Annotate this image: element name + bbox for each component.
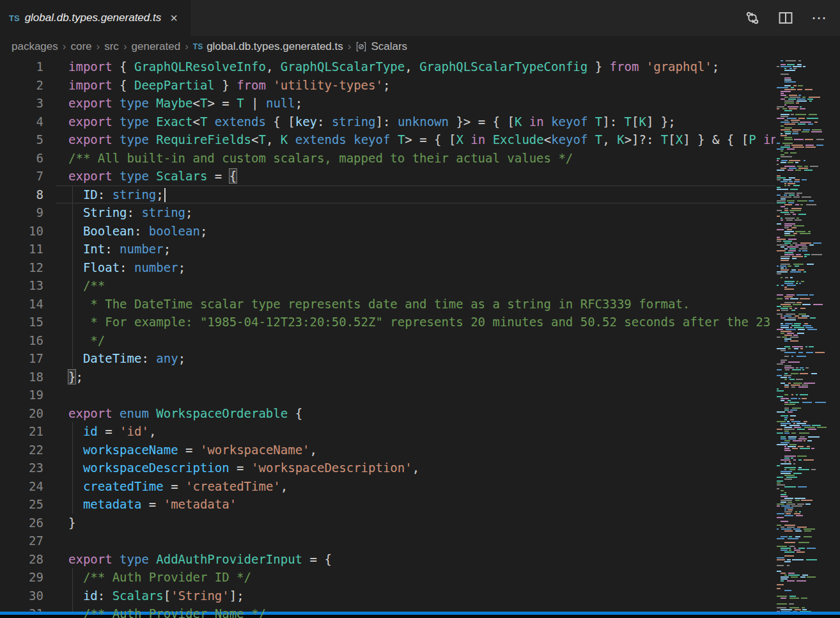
line-number[interactable]: 28	[0, 550, 43, 569]
tab-label: global.db.types.generated.ts	[25, 12, 162, 24]
line-number[interactable]: 17	[0, 349, 43, 368]
code-text: /**	[43, 278, 105, 292]
code-line[interactable]: 26}	[0, 514, 775, 532]
code-text: */	[43, 333, 105, 347]
line-number[interactable]: 18	[0, 368, 43, 386]
close-tab-icon[interactable]: ×	[170, 12, 178, 24]
tab-global-db-types[interactable]: TS global.db.types.generated.ts ×	[0, 0, 191, 36]
line-number[interactable]: 27	[0, 532, 43, 550]
code-text: /** Auth Provider ID */	[43, 570, 251, 584]
code-text	[43, 388, 68, 402]
breadcrumb-item-file[interactable]: TS global.db.types.generated.ts	[193, 40, 343, 53]
line-number[interactable]: 25	[0, 495, 43, 514]
line-number[interactable]: 6	[0, 149, 43, 168]
code-line[interactable]: 6/** All built-in and custom scalars, ma…	[0, 149, 775, 168]
line-number[interactable]: 14	[0, 295, 43, 313]
line-number[interactable]: 26	[0, 514, 43, 532]
code-line[interactable]: 20export enum WorkspaceOrderable {	[0, 404, 775, 423]
code-line[interactable]: 21 id = 'id',	[0, 422, 775, 441]
line-number[interactable]: 13	[0, 276, 43, 295]
code-text: };	[43, 370, 83, 384]
line-number[interactable]: 20	[0, 404, 43, 423]
code-line[interactable]: 29 /** Auth Provider ID */	[0, 568, 775, 587]
code-line[interactable]: 19	[0, 386, 775, 404]
line-number[interactable]: 23	[0, 459, 43, 477]
code-text: /** Auth Provider Name */	[43, 606, 266, 618]
line-number[interactable]: 29	[0, 568, 43, 587]
breadcrumb-item[interactable]: packages	[12, 40, 58, 53]
code-text: id = 'id',	[43, 424, 156, 438]
code-text: * The DateTime scalar type represents da…	[43, 297, 690, 311]
line-number[interactable]: 7	[0, 167, 43, 186]
code-line[interactable]: 22 workspaceName = 'workspaceName',	[0, 441, 775, 459]
line-number[interactable]: 30	[0, 587, 43, 605]
code-text: DateTime: any;	[43, 351, 185, 365]
minimap[interactable]	[775, 58, 840, 618]
code-line[interactable]: 15 * For example: "1985-04-12T23:20:50.5…	[0, 313, 775, 331]
line-number[interactable]: 22	[0, 441, 43, 459]
line-number[interactable]: 4	[0, 113, 43, 131]
line-number[interactable]: 11	[0, 240, 43, 258]
typescript-file-icon: TS	[193, 42, 203, 51]
breadcrumb-item[interactable]: core	[70, 40, 91, 53]
breadcrumb-file-label: global.db.types.generated.ts	[206, 40, 343, 53]
code-line[interactable]: 27	[0, 532, 775, 550]
line-number[interactable]: 1	[0, 58, 43, 76]
breadcrumb-item[interactable]: generated	[132, 40, 181, 53]
line-number[interactable]: 16	[0, 331, 43, 350]
code-line[interactable]: 28export type AddAuthProviderInput = {	[0, 550, 775, 569]
code-line[interactable]: 12 Float: number;	[0, 258, 775, 277]
code-line[interactable]: 11 Int: number;	[0, 240, 775, 258]
line-number[interactable]: 9	[0, 203, 43, 222]
code-line[interactable]: 30 id: Scalars['String'];	[0, 587, 775, 605]
code-line[interactable]: 24 createdTime = 'createdTime',	[0, 477, 775, 496]
minimap-content	[775, 59, 840, 618]
code-line[interactable]: 4export type Exact<T extends { [key: str…	[0, 113, 775, 131]
code-text: id: Scalars['String'];	[43, 589, 244, 603]
breadcrumb-separator: ›	[97, 40, 100, 52]
code-line[interactable]: 13 /**	[0, 276, 775, 295]
more-actions-icon[interactable]: ⋯	[811, 10, 827, 26]
line-number[interactable]: 3	[0, 94, 43, 113]
line-number[interactable]: 21	[0, 422, 43, 441]
code-line[interactable]: 23 workspaceDescription = 'workspaceDesc…	[0, 459, 775, 477]
code-text: String: string;	[43, 205, 193, 219]
breadcrumb: packages›core›src›generated› TS global.d…	[0, 36, 840, 58]
code-line[interactable]: 14 * The DateTime scalar type represents…	[0, 295, 775, 313]
code-line[interactable]: 16 */	[0, 331, 775, 350]
line-number[interactable]: 5	[0, 131, 43, 149]
split-editor-icon[interactable]	[777, 10, 794, 26]
code-text: * For example: "1985-04-12T23:20:50.52Z"…	[43, 315, 770, 329]
line-number[interactable]: 10	[0, 222, 43, 241]
code-line[interactable]: 8 ID: string;	[0, 186, 775, 204]
line-number[interactable]: 24	[0, 477, 43, 496]
open-changes-icon[interactable]	[744, 10, 761, 26]
code-line[interactable]: 9 String: string;	[0, 203, 775, 222]
text-cursor	[164, 188, 166, 202]
code-text: Float: number;	[43, 260, 185, 274]
line-number[interactable]: 15	[0, 313, 43, 331]
line-number[interactable]: 19	[0, 386, 43, 404]
code-text: import { GraphQLResolveInfo, GraphQLScal…	[43, 59, 719, 74]
code-text: }	[43, 516, 75, 530]
breadcrumb-item-symbol[interactable]: Scalars	[355, 40, 407, 53]
code-line[interactable]: 17 DateTime: any;	[0, 349, 775, 368]
code-line[interactable]: 1import { GraphQLResolveInfo, GraphQLSca…	[0, 58, 775, 76]
code-line[interactable]: 3export type Maybe<T> = T | null;	[0, 94, 775, 113]
breadcrumb-folders: packages›core›src›generated›	[12, 40, 193, 53]
code-line[interactable]: 2import { DeepPartial } from 'utility-ty…	[0, 76, 775, 95]
code-text: metadata = 'metadata'	[43, 497, 237, 511]
code-line[interactable]: 25 metadata = 'metadata'	[0, 495, 775, 514]
breadcrumb-item[interactable]: src	[104, 40, 119, 53]
line-number[interactable]: 2	[0, 76, 43, 95]
line-number[interactable]: 12	[0, 258, 43, 277]
code-line[interactable]: 5export type RequireFields<T, K extends …	[0, 131, 775, 149]
code-line[interactable]: 10 Boolean: boolean;	[0, 222, 775, 241]
code-area[interactable]: 1import { GraphQLResolveInfo, GraphQLSca…	[0, 58, 775, 618]
breadcrumb-separator: ›	[185, 40, 189, 52]
code-line[interactable]: 18};	[0, 368, 775, 386]
line-number[interactable]: 8	[0, 186, 43, 204]
code-line[interactable]: 7export type Scalars = {	[0, 167, 775, 186]
code-text: /** All built-in and custom scalars, map…	[43, 151, 573, 165]
editor-actions: ⋯	[744, 0, 840, 36]
